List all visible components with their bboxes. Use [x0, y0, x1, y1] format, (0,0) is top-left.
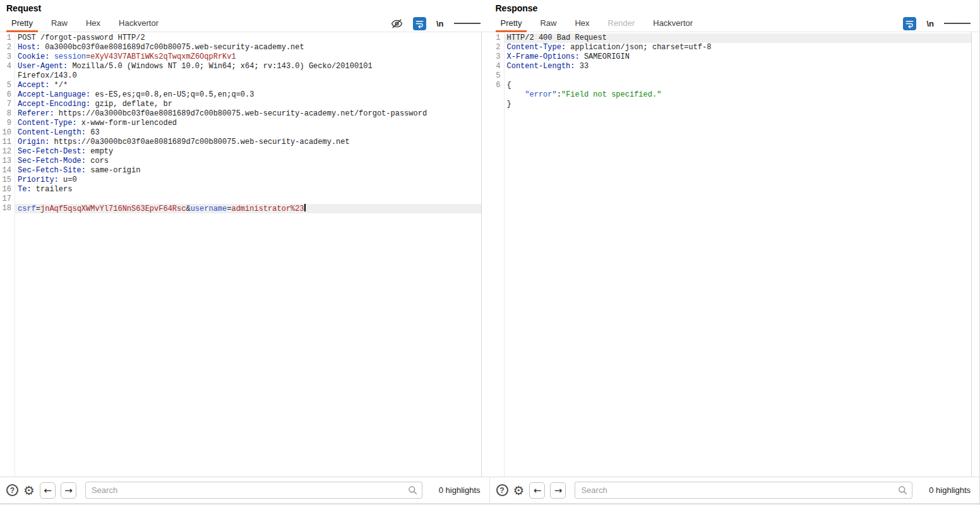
request-editor[interactable]: 1POST /forgot-password HTTP/22Host: 0a30…: [0, 32, 482, 477]
tab-raw[interactable]: Raw: [45, 15, 74, 32]
response-panel: Response PrettyRawHexRenderHackvertor \n: [489, 0, 980, 503]
line-number: 18: [0, 204, 15, 213]
request-tabs: PrettyRawHexHackvertor: [5, 15, 170, 32]
message-panels: Request PrettyRawHexHackvertor: [0, 0, 979, 503]
line-number: 5: [0, 81, 15, 90]
code-line: 4User-Agent: Mozilla/5.0 (Windows NT 10.…: [0, 62, 481, 71]
line-number: 13: [0, 157, 15, 166]
line-number: 15: [0, 175, 15, 185]
code-line: 6Accept-Language: es-ES,es;q=0.8,en-US;q…: [0, 90, 481, 100]
line-number: 9: [0, 119, 15, 128]
line-number: 14: [0, 166, 15, 175]
previous-match-button[interactable]: ←: [529, 482, 545, 499]
code-line: 18csrf=jnAqf5qsqXWMvYl716NnS63EpvF64Rsc&…: [0, 204, 481, 213]
help-icon[interactable]: ?: [496, 484, 508, 496]
next-match-button[interactable]: →: [550, 482, 566, 499]
tab-hackvertor[interactable]: Hackvertor: [112, 15, 165, 32]
tab-render: Render: [602, 15, 642, 32]
code-line: 6{: [489, 81, 972, 90]
request-search-input[interactable]: [85, 482, 422, 499]
request-search-bar: ? ⚙ ← → 0 highlights: [0, 477, 489, 503]
tab-hex[interactable]: Hex: [568, 15, 595, 32]
tab-hackvertor[interactable]: Hackvertor: [647, 15, 699, 32]
response-tabs: PrettyRawHexRenderHackvertor: [494, 15, 705, 32]
response-highlights-count: 0 highlights: [923, 485, 973, 495]
line-number: 1: [489, 33, 504, 43]
code-line: }: [489, 100, 972, 109]
tab-pretty[interactable]: Pretty: [5, 15, 39, 32]
line-number: 3: [0, 52, 15, 62]
code-line: 2Content-Type: application/json; charset…: [489, 43, 972, 52]
next-match-button[interactable]: →: [61, 482, 76, 499]
text-cursor: [304, 204, 306, 211]
response-tabs-row: PrettyRawHexRenderHackvertor \n: [489, 15, 980, 32]
request-tabs-row: PrettyRawHexHackvertor: [0, 15, 489, 32]
settings-gear-icon[interactable]: ⚙: [513, 484, 525, 497]
code-line: Firefox/143.0: [0, 71, 481, 81]
request-panel-title: Request: [0, 0, 489, 15]
menu-icon[interactable]: [944, 21, 971, 26]
code-line: 17: [0, 194, 481, 204]
eye-off-icon[interactable]: [391, 18, 403, 30]
code-line: 9Content-Type: x-www-form-urlencoded: [0, 119, 481, 128]
request-toolbar: \n: [391, 17, 484, 30]
response-editor[interactable]: 1HTTP/2 400 Bad Request2Content-Type: ap…: [489, 32, 972, 477]
line-number: 6: [489, 81, 504, 90]
code-line: 14Sec-Fetch-Site: same-origin: [0, 166, 481, 175]
response-search-input[interactable]: [575, 482, 912, 499]
request-highlights-count: 0 highlights: [433, 485, 483, 495]
menu-icon[interactable]: [454, 21, 481, 26]
line-number: 4: [0, 62, 15, 71]
code-line: 16Te: trailers: [0, 185, 481, 194]
line-number: [489, 100, 504, 109]
response-search-bar: ? ⚙ ← → 0 highlights: [489, 477, 980, 503]
settings-gear-icon[interactable]: ⚙: [23, 484, 35, 497]
code-line: 10Content-Length: 63: [0, 128, 481, 138]
line-number: 11: [0, 138, 15, 147]
code-line: 2Host: 0a3000bc03f0ae8081689d7c00b80075.…: [0, 43, 481, 52]
line-number: 1: [0, 33, 15, 43]
previous-match-button[interactable]: ←: [40, 482, 56, 499]
repeater-window: Request PrettyRawHexHackvertor: [0, 0, 980, 505]
line-number: [489, 90, 504, 100]
line-number: 5: [489, 71, 504, 81]
code-line: 1HTTP/2 400 Bad Request: [489, 33, 972, 43]
search-icon[interactable]: [408, 485, 417, 497]
code-line: 11Origin: https://0a3000bc03f0ae8081689d…: [0, 138, 481, 147]
code-line: 12Sec-Fetch-Dest: empty: [0, 147, 481, 157]
tab-hex[interactable]: Hex: [80, 15, 107, 32]
search-icon[interactable]: [898, 485, 907, 497]
code-line: 7Accept-Encoding: gzip, deflate, br: [0, 100, 481, 109]
code-line: 15Priority: u=0: [0, 175, 481, 185]
line-number: [0, 71, 15, 81]
line-number: 6: [0, 90, 15, 100]
word-wrap-icon[interactable]: [903, 17, 916, 30]
request-panel: Request PrettyRawHexHackvertor: [0, 0, 489, 503]
line-number: 10: [0, 128, 15, 138]
line-number: 3: [489, 52, 504, 62]
line-number: 2: [0, 43, 15, 52]
line-number: 2: [489, 43, 504, 52]
help-icon[interactable]: ?: [6, 484, 18, 496]
code-line: 5: [489, 71, 972, 81]
code-line: "error":"Field not specified.": [489, 90, 972, 100]
code-line: 1POST /forgot-password HTTP/2: [0, 33, 481, 43]
tab-pretty[interactable]: Pretty: [494, 15, 529, 32]
word-wrap-icon[interactable]: [413, 17, 426, 30]
code-line: 5Accept: */*: [0, 81, 481, 90]
tab-raw[interactable]: Raw: [534, 15, 563, 32]
line-number: 7: [0, 100, 15, 109]
line-number: 8: [0, 109, 15, 119]
response-toolbar: \n: [903, 17, 974, 30]
show-newlines-icon[interactable]: \n: [436, 19, 444, 28]
code-line: 4Content-Length: 33: [489, 62, 972, 71]
line-number: 17: [0, 194, 15, 204]
code-line: 3Cookie: session=eXyV43V7ABTiWKs2qTwqxmZ…: [0, 52, 481, 62]
code-line: 3X-Frame-Options: SAMEORIGIN: [489, 52, 972, 62]
line-number: 16: [0, 185, 15, 194]
response-panel-title: Response: [489, 0, 980, 15]
line-number: 12: [0, 147, 15, 157]
code-line: 8Referer: https://0a3000bc03f0ae8081689d…: [0, 109, 481, 119]
line-number: 4: [489, 62, 504, 71]
show-newlines-icon[interactable]: \n: [926, 19, 934, 28]
